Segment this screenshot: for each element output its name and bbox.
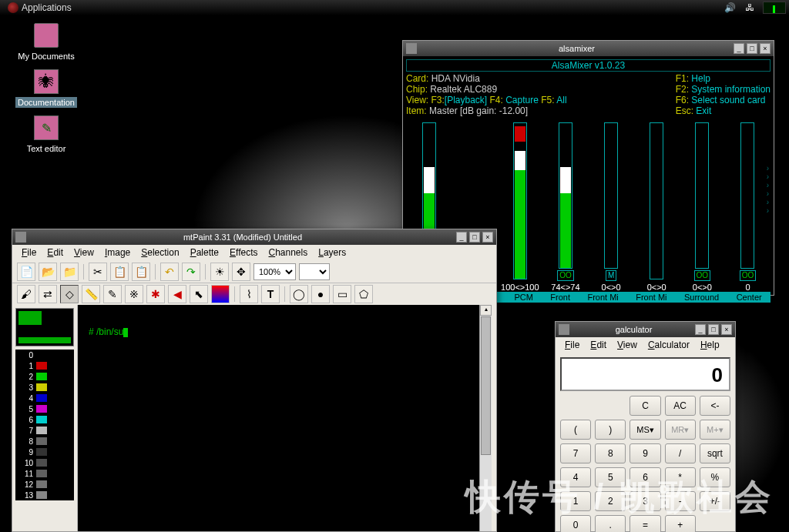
minimize-button[interactable]: _ (695, 324, 706, 335)
key-[interactable]: ) (595, 420, 626, 440)
palette-row-10[interactable]: 10 (15, 457, 74, 468)
key-MR[interactable]: MR▾ (665, 420, 696, 440)
key-sqrt[interactable]: sqrt (700, 443, 730, 463)
menu-edit[interactable]: Edit (42, 246, 68, 259)
channel-front mi[interactable]: 0<>0 (637, 122, 676, 292)
redo-button[interactable]: ↷ (182, 263, 200, 281)
channel-front mi[interactable]: M0<>0 (592, 122, 630, 292)
channel-pcm[interactable]: 100<>100 (501, 122, 539, 292)
key-5[interactable]: 5 (595, 467, 626, 487)
channel-surround[interactable]: OO0<>0 (683, 122, 721, 292)
key-AC[interactable]: AC (665, 396, 696, 416)
minimize-button[interactable]: _ (456, 232, 467, 243)
applications-menu-button[interactable]: Applications (3, 2, 76, 13)
key-[interactable]: +/- (700, 491, 730, 511)
palette-row-1[interactable]: 1 (15, 360, 74, 371)
key-[interactable]: <- (700, 396, 730, 416)
menu-palette[interactable]: Palette (186, 246, 223, 259)
key-M[interactable]: M+▾ (700, 420, 730, 440)
key-[interactable]: * (665, 467, 696, 487)
vertical-scrollbar[interactable]: ▴ (479, 305, 492, 531)
cpu-graph-applet[interactable] (763, 2, 786, 14)
text-tool[interactable]: T (261, 285, 280, 303)
zoom-select[interactable]: 100% (253, 263, 296, 280)
gradient-tool[interactable] (211, 285, 230, 303)
key-0[interactable]: 0 (560, 515, 591, 532)
palette-row-8[interactable]: 8 (15, 436, 74, 447)
galculator-titlebar[interactable]: galculator _ □ × (556, 322, 735, 337)
key-C[interactable]: C (630, 396, 660, 416)
minimize-button[interactable]: _ (734, 43, 744, 54)
palette-row-3[interactable]: 3 (15, 382, 74, 393)
desktop-icon-my-documents[interactable]: My Documents (8, 23, 85, 62)
key-6[interactable]: 6 (630, 467, 660, 487)
brightness-button[interactable]: ☀ (210, 263, 229, 281)
new-file-button[interactable]: 📄 (17, 263, 35, 281)
close-button[interactable]: × (721, 324, 732, 335)
color-swatch[interactable] (15, 308, 74, 346)
channel-front[interactable]: OO74<>74 (546, 122, 585, 292)
key-8[interactable]: 8 (595, 443, 626, 463)
menu-view[interactable]: View (613, 338, 642, 352)
palette-row-2[interactable]: 2 (15, 371, 74, 382)
brush-tool[interactable]: 🖌 (17, 285, 35, 303)
splat-tool[interactable]: ✱ (146, 285, 165, 303)
pointer-tool[interactable]: ◀ (168, 285, 186, 303)
cut-button[interactable]: ✂ (89, 263, 107, 281)
key-[interactable]: % (700, 467, 730, 487)
menu-channels[interactable]: Channels (264, 246, 313, 259)
menu-view[interactable]: View (69, 246, 99, 259)
palette-row-12[interactable]: 12 (15, 479, 74, 490)
filled-ellipse-tool[interactable]: ● (311, 285, 330, 303)
undo-button[interactable]: ↶ (160, 263, 179, 281)
key-[interactable]: + (665, 515, 696, 532)
maximize-button[interactable]: □ (469, 232, 480, 243)
pencil-tool[interactable]: ✎ (103, 285, 122, 303)
alsamixer-titlebar[interactable]: alsamixer _ □ × (403, 41, 774, 56)
key-3[interactable]: 3 (630, 491, 660, 511)
desktop-icon-documentation[interactable]: 🕷Documentation (8, 69, 85, 108)
menu-calculator[interactable]: Calculator (643, 338, 694, 352)
key-2[interactable]: 2 (595, 491, 626, 511)
palette-row-13[interactable]: 13 (15, 490, 74, 500)
open-file-button[interactable]: 📂 (39, 263, 57, 281)
close-button[interactable]: × (482, 232, 493, 243)
key-MS[interactable]: MS▾ (630, 420, 660, 440)
key-7[interactable]: 7 (560, 443, 591, 463)
polygon-tool[interactable]: ⬠ (354, 285, 373, 303)
save-file-button[interactable]: 📁 (60, 263, 79, 281)
rect-tool[interactable]: ▭ (333, 285, 351, 303)
menu-edit[interactable]: Edit (586, 338, 611, 352)
palette-row-5[interactable]: 5 (15, 403, 74, 414)
maximize-button[interactable]: □ (747, 43, 757, 54)
palette-row-11[interactable]: 11 (15, 468, 74, 479)
lasso-tool[interactable]: ⌇ (240, 285, 258, 303)
pan-button[interactable]: ✥ (232, 263, 250, 281)
bucket-tool[interactable]: ◇ (60, 285, 79, 303)
volume-tray-icon[interactable]: 🔊 (723, 2, 737, 14)
network-tray-icon[interactable]: 🖧 (743, 2, 757, 14)
ellipse-tool[interactable]: ◯ (290, 285, 308, 303)
key-9[interactable]: 9 (630, 443, 660, 463)
menu-layers[interactable]: Layers (314, 246, 351, 259)
key-[interactable]: - (665, 491, 696, 511)
channel-center[interactable]: OO0 (728, 122, 767, 292)
key-[interactable]: = (630, 515, 660, 532)
key-[interactable]: / (665, 443, 696, 463)
palette-row-0[interactable]: 0 (15, 350, 74, 360)
menu-effects[interactable]: Effects (225, 246, 262, 259)
smudge-tool[interactable]: ※ (125, 285, 143, 303)
palette-row-6[interactable]: 6 (15, 414, 74, 425)
picker-tool[interactable]: ⬉ (190, 285, 208, 303)
shuffle-tool[interactable]: ⇄ (39, 285, 57, 303)
canvas-area[interactable]: # /bin/su (78, 305, 479, 531)
palette-row-7[interactable]: 7 (15, 425, 74, 436)
key-4[interactable]: 4 (560, 467, 591, 487)
menu-image[interactable]: Image (100, 246, 135, 259)
zoom-select-2[interactable] (299, 263, 330, 280)
scroll-thumb[interactable] (481, 316, 491, 455)
line-tool[interactable]: 📏 (82, 285, 100, 303)
menu-file[interactable]: File (560, 338, 584, 352)
key-[interactable]: ( (560, 420, 591, 440)
paste-button[interactable]: 📋 (132, 263, 150, 281)
